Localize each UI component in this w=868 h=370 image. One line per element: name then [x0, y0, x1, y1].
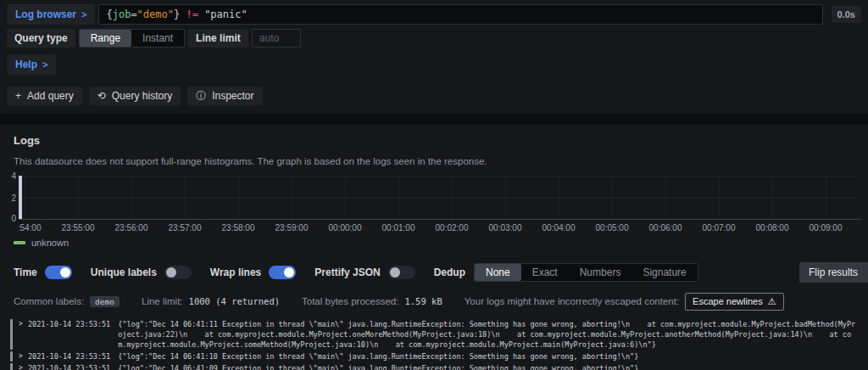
chart-legend: unknown [14, 238, 861, 248]
add-query-label: Add query [27, 90, 74, 102]
gridline [25, 176, 25, 219]
gridline [292, 176, 292, 219]
query-token [180, 8, 186, 20]
plus-icon: + [15, 90, 21, 102]
query-input[interactable]: {job="demo"} != "panic" [98, 4, 822, 25]
query-history-button[interactable]: ⟲ Query history [89, 87, 181, 105]
escape-newlines-label: Escape newlines [693, 296, 763, 306]
x-tick-label: 00:05:00 [596, 223, 629, 232]
logs-histogram-chart: 4 2 0 [7, 176, 861, 220]
x-tick-label: 23:58:00 [222, 223, 255, 232]
dedup-option-signature[interactable]: Signature [632, 264, 697, 281]
query-type-option-instant[interactable]: Instant [131, 30, 184, 47]
log-message: {"log":"Dec 14 06:41:11 Exception in thr… [118, 319, 858, 350]
x-tick-label: 00:03:00 [489, 223, 522, 232]
gridline [452, 176, 453, 219]
chevron-right-icon: > [81, 9, 86, 20]
x-tick-label: 23:57:00 [169, 223, 202, 232]
gridline [78, 176, 79, 219]
gridline [238, 176, 239, 219]
toggle-switch[interactable] [269, 266, 296, 279]
query-token: != [186, 8, 198, 20]
gridline [19, 176, 861, 177]
line-limit-input[interactable] [252, 29, 301, 48]
dedup-option-exact[interactable]: Exact [521, 264, 569, 281]
chart-plot[interactable] [19, 176, 861, 220]
y-tick-label: 0 [11, 215, 16, 223]
query-type-label: Query type [7, 29, 75, 48]
gridline [131, 176, 132, 219]
expand-chevron-icon[interactable]: > [19, 363, 28, 370]
log-row[interactable]: >2021-10-14 23:53:51{"log":"Dec 14 06:41… [10, 350, 858, 362]
toggle-unique-labels: Unique labels [91, 266, 192, 279]
x-tick-label: 23:56:00 [115, 223, 148, 232]
log-level-indicator [10, 319, 13, 350]
x-tick-label: 00:09:00 [810, 223, 843, 232]
query-token: = [131, 8, 136, 20]
log-level-indicator [10, 363, 13, 370]
chevron-right-icon: > [42, 59, 47, 70]
log-row[interactable]: >2021-10-14 23:53:51{"log":"Dec 14 06:41… [10, 318, 858, 350]
log-message: {"log":"Dec 14 06:41:10 Exception in thr… [118, 351, 858, 362]
query-editor-section: Log browser > {job="demo"} != "panic" 0.… [0, 0, 868, 114]
toggle-prettify-json: Prettify JSON [314, 266, 415, 279]
inspector-button[interactable]: ⓘ Inspector [187, 87, 262, 105]
line-limit-meta-value: 1000 (4 returned) [189, 296, 280, 306]
y-tick-label: 2 [11, 194, 16, 203]
line-limit-meta-label: Line limit: [142, 296, 183, 306]
toggle-switch[interactable] [388, 266, 415, 279]
x-tick-label: 23:59:00 [275, 223, 309, 232]
line-limit-label: Line limit [188, 29, 248, 48]
query-duration-badge: 0.0s [832, 6, 861, 23]
toggle-switch[interactable] [164, 266, 192, 279]
page-title: Logs [14, 134, 854, 147]
log-browser-button[interactable]: Log browser > [7, 4, 95, 25]
gridline [612, 176, 613, 219]
toggle-wrap-lines: Wrap lines [210, 266, 296, 279]
gridline [185, 176, 186, 219]
add-query-button[interactable]: + Add query [7, 87, 82, 105]
log-timestamp: 2021-10-14 23:53:51 [28, 363, 110, 370]
flip-results-button[interactable]: Flip results [799, 262, 868, 283]
log-rows-list: >2021-10-14 23:53:51{"log":"Dec 14 06:41… [7, 317, 861, 370]
toggle-knob [284, 267, 294, 278]
histogram-bar[interactable] [19, 176, 22, 219]
info-circle-icon: ⓘ [196, 89, 206, 104]
dedup-option-numbers[interactable]: Numbers [569, 264, 632, 281]
logs-panel: Logs This datasource does not support fu… [0, 125, 868, 370]
toggle-time: Time [14, 266, 72, 279]
log-meta-row: Common labels: demo Line limit: 1000 (4 … [7, 291, 861, 311]
bytes-processed-label: Total bytes processed: [302, 296, 398, 306]
query-type-option-range[interactable]: Range [80, 30, 131, 47]
log-row[interactable]: >2021-10-14 23:53:51{"log":"Dec 14 06:41… [10, 362, 858, 370]
x-tick-label: 00:06:00 [649, 223, 682, 232]
log-display-controls: TimeUnique labelsWrap linesPrettify JSON… [7, 261, 861, 283]
dedup-group: NoneExactNumbersSignature [474, 263, 698, 282]
escape-warning-label: Your logs might have incorrectly escaped… [465, 296, 679, 306]
bytes-processed-value: 1.59 kB [404, 296, 442, 306]
gridline [345, 176, 346, 219]
gridline [719, 176, 720, 219]
legend-label[interactable]: unknown [31, 238, 69, 248]
gridline [19, 198, 861, 199]
expand-chevron-icon[interactable]: > [19, 319, 28, 350]
x-tick-label: 00:00:00 [329, 223, 362, 232]
help-button[interactable]: Help > [7, 54, 56, 75]
warning-icon: ⚠ [768, 296, 776, 307]
dedup-option-none[interactable]: None [475, 264, 521, 281]
expand-chevron-icon[interactable]: > [19, 351, 28, 362]
toggle-knob [390, 267, 400, 278]
query-token: } [174, 8, 180, 20]
escape-newlines-button[interactable]: Escape newlines ⚠ [685, 293, 783, 311]
toggle-label: Wrap lines [210, 266, 261, 278]
x-tick-label: 00:07:00 [703, 223, 736, 232]
gridline [772, 176, 773, 219]
history-icon: ⟲ [97, 90, 106, 102]
toggle-label: Time [14, 266, 37, 278]
histogram-notice: This datasource does not support full-ra… [14, 156, 854, 166]
toggle-label: Prettify JSON [314, 266, 380, 278]
log-timestamp: 2021-10-14 23:53:51 [28, 351, 110, 362]
toggle-switch[interactable] [45, 266, 72, 279]
gridline [826, 176, 826, 219]
toggle-knob [60, 267, 70, 278]
